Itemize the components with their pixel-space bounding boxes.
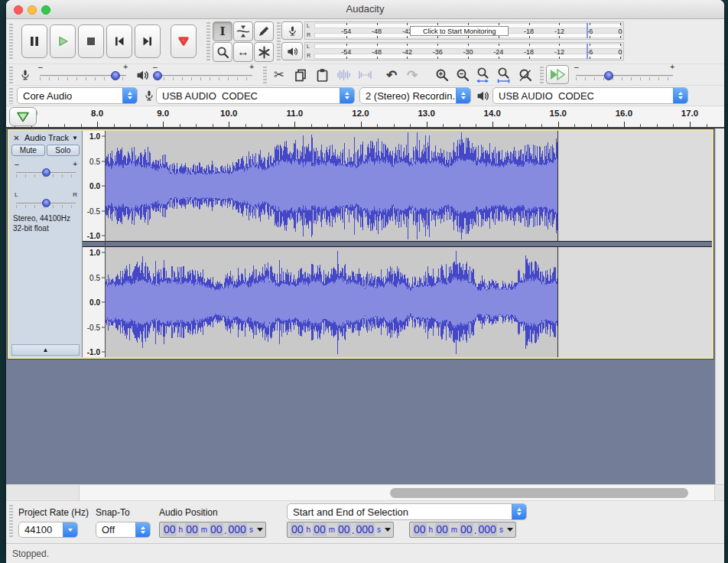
- record-meter-button[interactable]: [281, 21, 303, 40]
- project-rate-select[interactable]: 44100: [18, 522, 78, 538]
- time-digit-group[interactable]: 00: [185, 523, 199, 536]
- selection-toolbar-grip[interactable]: [9, 505, 13, 539]
- clip-end-boundary[interactable]: [557, 131, 558, 241]
- recording-device-select[interactable]: USB AUDIO CODEC: [156, 87, 355, 104]
- timeshift-tool-button[interactable]: ↔: [233, 42, 253, 62]
- scrollbar-thumb[interactable]: [390, 488, 688, 498]
- waveform-right-channel[interactable]: [106, 247, 712, 357]
- trim-audio-button[interactable]: [333, 65, 353, 85]
- timeline-pin-button[interactable]: [9, 107, 37, 126]
- track-menu[interactable]: Audio Track ▼: [22, 133, 80, 142]
- time-digit-group[interactable]: 00: [291, 523, 304, 536]
- playback-volume-slider[interactable]: – +: [154, 70, 252, 81]
- silence-audio-button[interactable]: [355, 65, 375, 85]
- device-toolbar-grip[interactable]: [9, 88, 13, 104]
- slider-thumb[interactable]: [42, 168, 50, 177]
- time-format-arrow-icon[interactable]: [507, 528, 513, 532]
- time-format-arrow-icon[interactable]: [385, 528, 391, 532]
- close-track-button[interactable]: ✕: [11, 132, 22, 143]
- zoom-in-button[interactable]: [432, 65, 452, 85]
- stop-button[interactable]: [78, 24, 104, 58]
- time-digit-group[interactable]: 00: [337, 523, 351, 536]
- pause-button[interactable]: [21, 24, 47, 58]
- slider-minus-label: –: [153, 63, 158, 71]
- recording-channels-select[interactable]: 2 (Stereo) Recordin...: [359, 87, 471, 104]
- copy-button[interactable]: [291, 65, 310, 85]
- envelope-tool-button[interactable]: [233, 21, 253, 41]
- time-digit-group[interactable]: 00: [413, 523, 427, 536]
- mute-button[interactable]: Mute: [11, 145, 45, 156]
- multi-tool-button[interactable]: [254, 42, 274, 62]
- speaker-icon: [476, 89, 489, 103]
- selection-start-field[interactable]: 00h00m00.000s: [287, 522, 394, 538]
- play-speed-slider[interactable]: – +: [576, 70, 673, 81]
- title-bar[interactable]: Audacity: [6, 0, 724, 19]
- horizontal-scrollbar[interactable]: [6, 484, 724, 501]
- mixer-toolbar-grip[interactable]: [9, 67, 13, 83]
- play-at-speed-button[interactable]: [546, 65, 569, 84]
- snap-to-select[interactable]: Off: [96, 522, 151, 538]
- slider-plus-label: +: [123, 63, 128, 71]
- tools-toolbar-grip[interactable]: [206, 22, 210, 61]
- draw-tool-button[interactable]: [254, 21, 274, 41]
- meter-toolbar-grip[interactable]: [277, 22, 281, 61]
- pan-slider[interactable]: L R: [16, 198, 76, 209]
- time-digit-group[interactable]: 000: [478, 523, 497, 536]
- play-button[interactable]: [50, 24, 76, 58]
- time-format-arrow-icon[interactable]: [257, 528, 263, 532]
- audio-host-select[interactable]: Core Audio: [17, 87, 138, 104]
- monitoring-overlay[interactable]: Click to Start Monitoring: [410, 26, 509, 36]
- time-digit-group[interactable]: 00: [210, 523, 223, 536]
- track-control-panel[interactable]: ✕ Audio Track ▼ Mute Solo – +: [9, 131, 83, 357]
- vertical-scale-ruler[interactable]: 1.00.50.0-0.5-1.0 1.00.50.0-0.5-1.0: [83, 131, 106, 357]
- stepper-icon: [122, 88, 137, 103]
- waveform-left-channel[interactable]: [106, 131, 712, 241]
- zoom-toggle-button[interactable]: [515, 65, 535, 85]
- redo-button[interactable]: ↷: [402, 65, 422, 85]
- gain-slider[interactable]: – +: [16, 168, 76, 178]
- zoom-out-button[interactable]: [453, 65, 473, 85]
- collapse-track-button[interactable]: ▲: [11, 344, 80, 356]
- slider-minus-label: –: [15, 161, 19, 168]
- timeline-ruler[interactable]: 7.08.09.010.011.012.013.014.015.016.017.…: [6, 106, 724, 129]
- selection-mode-select[interactable]: Start and End of Selection: [287, 503, 527, 520]
- time-digit-group[interactable]: 000: [228, 523, 247, 536]
- playback-device-select[interactable]: USB AUDIO CODEC: [492, 87, 688, 104]
- time-digit-group[interactable]: 00: [435, 523, 449, 536]
- skip-to-end-button[interactable]: [135, 24, 161, 58]
- channel-separator[interactable]: [106, 241, 712, 247]
- record-button[interactable]: [171, 24, 197, 58]
- undo-button[interactable]: ↶: [382, 65, 401, 85]
- fit-selection-button[interactable]: [473, 65, 493, 85]
- vertical-scrollbar[interactable]: [715, 129, 724, 484]
- zoom-tool-button[interactable]: [213, 42, 232, 62]
- playback-meter-button[interactable]: [281, 42, 303, 60]
- cut-button[interactable]: ✂: [269, 65, 289, 85]
- selection-end-field[interactable]: 00h00m00.000s: [409, 522, 516, 538]
- playback-meter[interactable]: L R -54-48-42-36-30-24-18-12-60: [304, 42, 624, 60]
- fit-project-button[interactable]: [494, 65, 514, 85]
- audio-position-field[interactable]: 00h00m00.000s: [159, 522, 266, 538]
- time-digit-group[interactable]: 00: [460, 523, 473, 536]
- selection-tool-button[interactable]: I: [213, 21, 232, 41]
- time-unit-label: m: [329, 526, 335, 534]
- record-volume-slider[interactable]: – +: [40, 70, 126, 81]
- pan-right-label: R: [73, 191, 77, 199]
- play-at-speed-grip[interactable]: [540, 67, 544, 83]
- slider-thumb[interactable]: [42, 199, 50, 207]
- audio-track[interactable]: ✕ Audio Track ▼ Mute Solo – +: [8, 129, 713, 359]
- solo-button[interactable]: Solo: [47, 145, 80, 156]
- skip-to-start-button[interactable]: [106, 24, 132, 58]
- edit-toolbar-grip[interactable]: [263, 67, 267, 83]
- clip-end-boundary[interactable]: [557, 247, 558, 357]
- transport-toolbar-grip[interactable]: [9, 24, 13, 59]
- time-digit-group[interactable]: 00: [313, 523, 327, 536]
- stepper-icon: [135, 522, 150, 537]
- time-digit-group[interactable]: 00: [163, 523, 177, 536]
- time-digit-group[interactable]: 000: [356, 523, 375, 536]
- slider-thumb[interactable]: [153, 71, 162, 80]
- recording-meter[interactable]: L R -54-48-42-36-30-24-18-12-60 Click to…: [304, 21, 624, 40]
- paste-button[interactable]: [312, 65, 332, 85]
- time-unit-label: h: [179, 526, 184, 534]
- timeline-scale[interactable]: 7.08.09.010.011.012.013.014.015.016.017.…: [6, 106, 724, 127]
